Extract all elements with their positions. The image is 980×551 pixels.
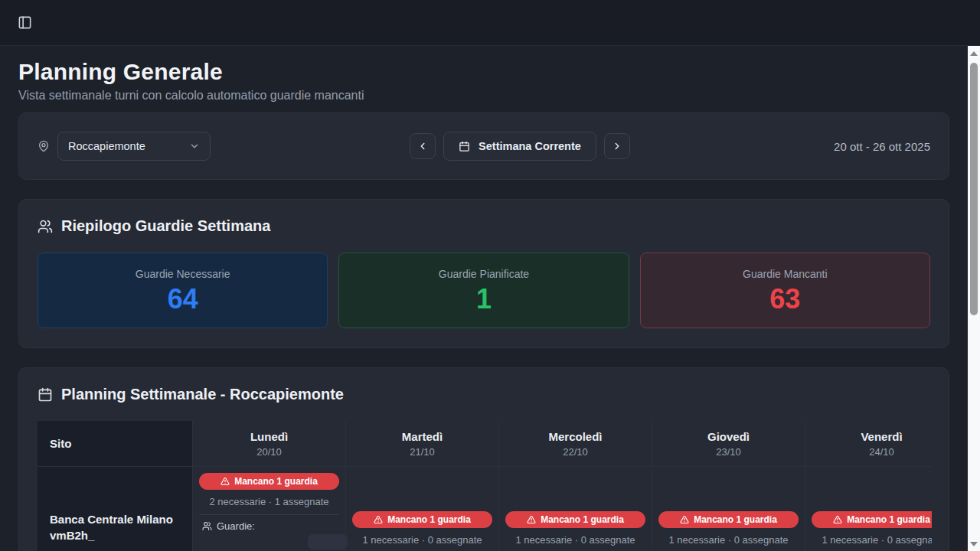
site-name-cell: Banca Centrale Milano vmB2h_ <box>38 467 192 551</box>
cell-stats: 1 necessarie · 0 assegnate <box>499 534 652 546</box>
users-icon <box>38 219 53 234</box>
guards-label: Guardie: <box>217 520 255 532</box>
stat-value: 1 <box>476 285 492 313</box>
alert-triangle-icon <box>527 515 536 524</box>
scrollbar-thumb[interactable] <box>970 63 978 315</box>
stat-label: Guardie Necessarie <box>136 268 230 280</box>
page-subtitle: Vista settimanale turni con calcolo auto… <box>18 89 949 103</box>
chevron-right-icon <box>612 141 622 152</box>
summary-title: Riepilogo Guardie Settimana <box>61 217 270 235</box>
guard-chip[interactable] <box>308 534 348 549</box>
cell-stats: 1 necessarie · 0 assegnate <box>805 534 932 546</box>
column-header-martedi: Martedì 21/10 <box>345 421 498 467</box>
day-cell-giovedi: Mancano 1 guardia 1 necessarie · 0 asseg… <box>652 467 805 551</box>
missing-guard-badge[interactable]: Mancano 1 guardia <box>658 511 799 528</box>
planning-table: Sito Lunedì 20/10 Martedì 21/10 Mercoled… <box>38 421 932 551</box>
calendar-icon <box>38 387 53 403</box>
guards-row: Guardie: <box>202 520 345 532</box>
main-content: Planning Generale Vista settimanale turn… <box>0 59 968 551</box>
missing-guard-badge[interactable]: Mancano 1 guardia <box>505 511 645 528</box>
stat-label: Guardie Mancanti <box>743 268 828 280</box>
scroll-up-arrow-icon[interactable] <box>970 51 978 56</box>
day-cell-lunedi: Mancano 1 guardia 2 necessarie · 1 asseg… <box>192 467 345 551</box>
planning-title: Planning Settimanale - Roccapiemonte <box>61 386 344 403</box>
location-select-value: Roccapiemonte <box>68 140 145 152</box>
week-navigation: Settimana Corrente <box>410 132 630 161</box>
panel-left-icon <box>18 15 32 30</box>
stat-label: Guardie Pianificate <box>439 268 529 280</box>
alert-triangle-icon <box>220 477 230 486</box>
missing-guard-badge[interactable]: Mancano 1 guardia <box>812 511 932 528</box>
stat-value: 63 <box>769 285 800 313</box>
missing-guard-badge[interactable]: Mancano 1 guardia <box>352 511 492 528</box>
chevron-down-icon <box>189 141 200 152</box>
week-date-range: 20 ott - 26 ott 2025 <box>834 140 930 153</box>
topbar <box>0 0 980 46</box>
column-header-mercoledi: Mercoledì 22/10 <box>498 421 652 467</box>
column-header-giovedi: Giovedì 23/10 <box>652 421 805 467</box>
planning-card: Planning Settimanale - Roccapiemonte Sit… <box>18 367 949 551</box>
cell-stats: 2 necessarie · 1 assegnate <box>193 496 345 507</box>
alert-triangle-icon <box>833 515 842 524</box>
sidebar-toggle-button[interactable] <box>11 9 38 37</box>
planning-title-row: Planning Settimanale - Roccapiemonte <box>38 386 930 403</box>
cell-stats: 1 necessarie · 0 assegnate <box>652 534 805 546</box>
stat-guardie-mancanti: Guardie Mancanti 63 <box>640 253 930 328</box>
summary-card: Riepilogo Guardie Settimana Guardie Nece… <box>18 199 949 348</box>
planning-table-wrapper: Sito Lunedì 20/10 Martedì 21/10 Mercoled… <box>38 421 932 551</box>
location-select[interactable]: Roccapiemonte <box>57 132 211 161</box>
calendar-icon <box>459 141 470 152</box>
location-filter: Roccapiemonte <box>38 132 374 161</box>
alert-triangle-icon <box>374 515 383 524</box>
next-week-button[interactable] <box>604 133 630 159</box>
site-name: Banca Centrale Milano vmB2h_ <box>50 512 180 543</box>
column-header-venerdi: Venerdì 24/10 <box>805 421 932 467</box>
map-pin-icon <box>38 140 50 152</box>
page-title: Planning Generale <box>18 59 949 85</box>
stat-guardie-pianificate: Guardie Pianificate 1 <box>338 253 629 328</box>
day-cell-mercoledi: Mancano 1 guardia 1 necessarie · 0 asseg… <box>498 467 652 551</box>
scroll-down-arrow-icon[interactable] <box>970 542 978 546</box>
stat-value: 64 <box>168 285 198 313</box>
previous-week-button[interactable] <box>410 133 436 159</box>
chevron-left-icon <box>417 141 428 152</box>
stat-guardie-necessarie: Guardie Necessarie 64 <box>38 253 328 328</box>
vertical-scrollbar[interactable] <box>968 46 980 551</box>
column-header-sito: Sito <box>38 421 192 467</box>
current-week-button[interactable]: Settimana Corrente <box>443 132 596 161</box>
summary-stats: Guardie Necessarie 64 Guardie Pianificat… <box>38 253 930 328</box>
alert-triangle-icon <box>680 515 689 524</box>
summary-title-row: Riepilogo Guardie Settimana <box>38 217 930 235</box>
day-cell-venerdi: Mancano 1 guardia 1 necessarie · 0 asseg… <box>805 467 932 551</box>
cell-stats: 1 necessarie · 0 assegnate <box>346 534 498 546</box>
filter-bar: Roccapiemonte Settimana Corrente <box>18 112 949 180</box>
day-cell-martedi: Mancano 1 guardia 1 necessarie · 0 asseg… <box>345 467 498 551</box>
cell-divider <box>199 514 339 515</box>
users-icon <box>202 521 212 531</box>
missing-guard-badge[interactable]: Mancano 1 guardia <box>199 473 339 490</box>
column-header-lunedi: Lunedì 20/10 <box>192 421 345 467</box>
current-week-label: Settimana Corrente <box>479 140 581 152</box>
